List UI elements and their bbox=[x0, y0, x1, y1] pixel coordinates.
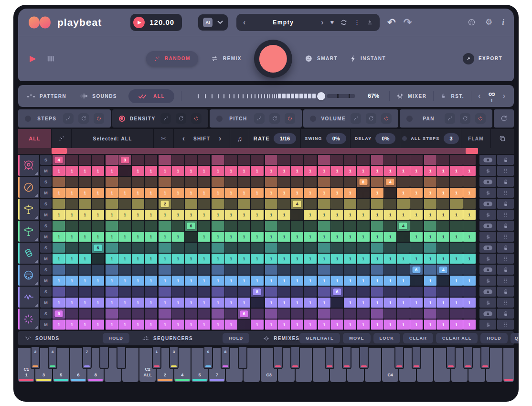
s-cell[interactable]: 4 bbox=[384, 177, 396, 187]
m-cell[interactable]: 1 bbox=[238, 254, 250, 264]
s-cell[interactable] bbox=[424, 177, 436, 187]
s-cell[interactable] bbox=[251, 243, 263, 253]
s-cell[interactable] bbox=[65, 221, 78, 231]
power-icon[interactable] bbox=[191, 113, 202, 124]
favorite-heart-icon[interactable]: ♥ bbox=[330, 19, 334, 26]
clear-track-icon[interactable] bbox=[479, 199, 496, 209]
track-drag-icon[interactable] bbox=[497, 232, 514, 242]
quantize-button[interactable]: Q bbox=[511, 333, 519, 343]
track-lock-icon[interactable] bbox=[497, 155, 514, 165]
m-cell[interactable]: 1 bbox=[65, 254, 78, 264]
s-cell[interactable] bbox=[132, 221, 144, 231]
s-cell[interactable] bbox=[185, 199, 197, 209]
s-cell[interactable] bbox=[344, 265, 356, 275]
m-cell[interactable]: 1 bbox=[384, 320, 396, 330]
m-cell[interactable]: 1 bbox=[371, 298, 383, 308]
m-cell[interactable]: 1 bbox=[291, 320, 303, 330]
black-key[interactable] bbox=[342, 347, 351, 369]
m-cell[interactable]: 1 bbox=[251, 210, 263, 220]
s-cell[interactable] bbox=[118, 287, 131, 297]
m-cell[interactable]: 1 bbox=[331, 320, 343, 330]
m-cell[interactable]: 1 bbox=[106, 254, 118, 264]
s-cell[interactable] bbox=[238, 221, 250, 231]
m-cell[interactable]: 1 bbox=[450, 254, 462, 264]
power-icon[interactable] bbox=[94, 113, 104, 124]
m-cell[interactable]: 1 bbox=[424, 232, 436, 242]
m-cell[interactable]: 1 bbox=[318, 320, 330, 330]
s-cell[interactable] bbox=[397, 243, 409, 253]
s-cell[interactable] bbox=[410, 221, 423, 231]
s-cell[interactable]: 3 bbox=[53, 309, 65, 319]
s-cell[interactable] bbox=[371, 287, 383, 297]
bpm-play-icon[interactable]: ▶ bbox=[133, 17, 145, 28]
s-cell[interactable] bbox=[331, 155, 343, 165]
m-cell[interactable]: 1 bbox=[53, 254, 65, 264]
black-key[interactable] bbox=[117, 347, 126, 369]
m-cell[interactable]: 1 bbox=[92, 210, 104, 220]
s-cell[interactable] bbox=[132, 243, 144, 253]
track-lock-icon[interactable] bbox=[497, 309, 514, 319]
s-cell[interactable] bbox=[225, 309, 237, 319]
m-cell[interactable]: 1 bbox=[265, 298, 277, 308]
m-cell[interactable]: 1 bbox=[92, 276, 104, 286]
m-cell[interactable]: 1 bbox=[118, 254, 131, 264]
preset-shuffle-icon[interactable] bbox=[340, 19, 347, 26]
m-cell[interactable]: 1 bbox=[278, 210, 290, 220]
s-cell[interactable] bbox=[251, 199, 263, 209]
delay-value[interactable]: 0% bbox=[375, 133, 395, 144]
export-button[interactable]: EXPORT bbox=[463, 53, 502, 64]
rate-value[interactable]: 1/16 bbox=[274, 133, 296, 144]
m-cell[interactable] bbox=[92, 254, 104, 264]
bpm-control[interactable]: ▶ 120.00 bbox=[130, 14, 182, 31]
refresh-icon[interactable] bbox=[176, 113, 186, 124]
clear-track-icon[interactable] bbox=[479, 221, 496, 231]
m-cell[interactable]: 1 bbox=[437, 298, 449, 308]
all-steps-radio-icon[interactable] bbox=[402, 136, 407, 141]
s-cell[interactable] bbox=[384, 287, 396, 297]
black-key[interactable] bbox=[394, 347, 404, 369]
track-settings-icon[interactable] bbox=[479, 188, 496, 198]
m-cell[interactable]: 1 bbox=[65, 210, 78, 220]
s-cell[interactable] bbox=[331, 243, 343, 253]
midi-icon[interactable] bbox=[468, 18, 476, 26]
m-cell[interactable]: 1 bbox=[278, 320, 290, 330]
m-cell[interactable]: 1 bbox=[463, 320, 476, 330]
m-cell[interactable]: 1 bbox=[118, 232, 131, 242]
s-cell[interactable] bbox=[384, 243, 396, 253]
m-cell[interactable]: 1 bbox=[463, 254, 476, 264]
m-cell[interactable]: 1 bbox=[410, 254, 423, 264]
tab-pan[interactable]: PAN bbox=[400, 109, 492, 128]
m-cell[interactable]: 1 bbox=[159, 320, 171, 330]
s-cell[interactable] bbox=[79, 309, 91, 319]
s-cell[interactable] bbox=[450, 243, 462, 253]
s-cell[interactable] bbox=[278, 221, 290, 231]
m-cell[interactable]: 1 bbox=[251, 320, 263, 330]
s-cell[interactable] bbox=[371, 199, 383, 209]
s-cell[interactable] bbox=[437, 243, 449, 253]
hihat-closed-icon[interactable] bbox=[18, 199, 39, 220]
m-cell[interactable]: 1 bbox=[344, 188, 356, 198]
hold-sequencers-button[interactable]: HOLD bbox=[223, 333, 249, 343]
s-cell[interactable] bbox=[437, 309, 449, 319]
tab-density[interactable]: DENSITY bbox=[112, 109, 208, 128]
m-cell[interactable]: 1 bbox=[145, 320, 157, 330]
ai-mode-button[interactable]: AI bbox=[198, 14, 228, 31]
s-cell[interactable] bbox=[53, 221, 65, 231]
track-drag-icon[interactable] bbox=[497, 320, 514, 330]
s-cell[interactable] bbox=[331, 309, 343, 319]
s-cell[interactable] bbox=[212, 287, 224, 297]
s-cell[interactable] bbox=[172, 221, 184, 231]
gear-icon[interactable]: ⚙ bbox=[485, 17, 492, 27]
m-cell[interactable]: 1 bbox=[437, 320, 449, 330]
m-cell[interactable]: 1 bbox=[185, 298, 197, 308]
s-cell[interactable] bbox=[79, 155, 91, 165]
s-cell[interactable] bbox=[159, 309, 171, 319]
s-cell[interactable] bbox=[145, 243, 157, 253]
s-cell[interactable] bbox=[185, 155, 197, 165]
shaker-icon[interactable] bbox=[18, 243, 39, 264]
m-cell[interactable]: 1 bbox=[318, 276, 330, 286]
s-cell[interactable] bbox=[304, 155, 316, 165]
s-cell[interactable] bbox=[424, 309, 436, 319]
s-cell[interactable] bbox=[291, 155, 303, 165]
m-cell[interactable]: 1 bbox=[65, 232, 78, 242]
